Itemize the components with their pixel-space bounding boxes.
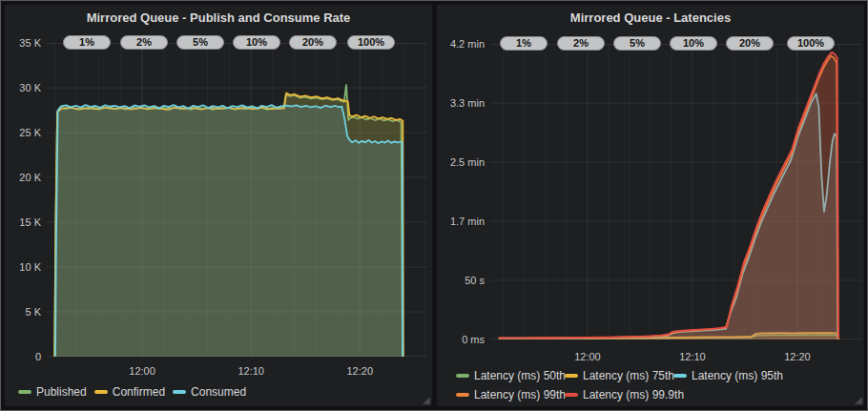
annotation-pill-20pct[interactable]: 20% <box>289 35 337 50</box>
y-tick-label: 10 K <box>5 260 41 274</box>
legend-item-latency-ms-50th[interactable]: Latency (ms) 50th <box>456 369 565 382</box>
legend-swatch-icon <box>565 393 578 397</box>
series-consumed-area <box>55 105 403 357</box>
annotation-pill-1pct[interactable]: 1% <box>500 36 548 51</box>
legend-row: PublishedConfirmedConsumed <box>18 385 250 399</box>
annotation-pill-10pct[interactable]: 10% <box>233 35 280 50</box>
annotation-pill-2pct[interactable]: 2% <box>557 36 605 51</box>
y-tick-label: 4.2 min <box>437 37 485 51</box>
legend-swatch-icon <box>173 390 186 394</box>
legend-item-latency-ms-95th[interactable]: Latency (ms) 95th <box>673 369 782 382</box>
chart-svg[interactable] <box>47 43 427 357</box>
y-tick-label: 0 ms <box>437 333 485 346</box>
legend-item-latency-ms-75th[interactable]: Latency (ms) 75th <box>565 369 673 382</box>
series-latency-ms-99-9th-area <box>500 52 838 339</box>
annotation-pill-100pct[interactable]: 100% <box>347 35 395 50</box>
x-tick-label: 12:20 <box>769 350 826 363</box>
legend-swatch-icon <box>18 390 31 394</box>
panel-publish-consume-rate: Mirrored Queue - Publish and Consume Rat… <box>5 5 432 406</box>
y-tick-label: 1.7 min <box>437 215 485 228</box>
legend-label: Latency (ms) 99.9th <box>583 388 684 401</box>
legend-swatch-icon <box>456 393 469 397</box>
x-tick-label: 12:10 <box>664 350 721 363</box>
legend-label: Latency (ms) 75th <box>583 369 674 382</box>
y-tick-label: 30 K <box>5 81 41 94</box>
legend-label: Latency (ms) 50th <box>474 369 566 382</box>
annotation-pill-20pct[interactable]: 20% <box>726 36 774 51</box>
annotation-pill-10pct[interactable]: 10% <box>670 36 717 51</box>
legend-item-latency-ms-99th[interactable]: Latency (ms) 99th <box>456 388 565 401</box>
y-tick-label: 0 <box>5 350 41 363</box>
annotation-pill-5pct[interactable]: 5% <box>613 36 661 51</box>
legend-swatch-icon <box>673 374 687 378</box>
legend-row: Latency (ms) 50thLatency (ms) 75thLatenc… <box>456 369 782 382</box>
legend-item-latency-ms-99-9th[interactable]: Latency (ms) 99.9th <box>565 388 673 401</box>
legend-label: Latency (ms) 99th <box>474 388 566 401</box>
y-tick-label: 2.5 min <box>437 155 485 169</box>
legend-label: Confirmed <box>113 385 165 399</box>
annotation-pill-1pct[interactable]: 1% <box>63 35 111 50</box>
annotation-pill-100pct[interactable]: 100% <box>787 36 835 51</box>
legend-label: Consumed <box>191 385 246 399</box>
chart-svg[interactable] <box>490 44 861 339</box>
chart-region: 05 K10 K15 K20 K25 K30 K35 K12:0012:1012… <box>5 5 432 406</box>
panel-title[interactable]: Mirrored Queue - Latencies <box>437 10 864 25</box>
annotation-pill-5pct[interactable]: 5% <box>176 35 224 50</box>
legend-swatch-icon <box>565 374 578 378</box>
x-tick-label: 12:20 <box>331 364 388 378</box>
x-tick-label: 12:10 <box>222 364 279 378</box>
y-tick-label: 25 K <box>5 126 41 139</box>
x-tick-label: 12:00 <box>559 350 616 363</box>
panel-title[interactable]: Mirrored Queue - Publish and Consume Rat… <box>5 10 432 25</box>
panel-latencies: Mirrored Queue - Latencies 0 ms50 s1.7 m… <box>437 5 864 406</box>
legend-label: Published <box>36 385 87 399</box>
y-tick-label: 3.3 min <box>437 96 485 110</box>
grafana-dashboard: Mirrored Queue - Publish and Consume Rat… <box>0 0 868 411</box>
legend-item-published[interactable]: Published <box>18 385 91 399</box>
legend-item-confirmed[interactable]: Confirmed <box>94 385 169 399</box>
resize-handle-icon[interactable] <box>855 397 862 404</box>
legend-label: Latency (ms) 95th <box>692 369 783 382</box>
legend-swatch-icon <box>456 374 469 378</box>
x-tick-label: 12:00 <box>114 364 171 378</box>
y-tick-label: 35 K <box>5 36 41 50</box>
legend-item-consumed[interactable]: Consumed <box>173 385 250 399</box>
legend-swatch-icon <box>94 390 108 394</box>
y-tick-label: 15 K <box>5 216 41 229</box>
y-tick-label: 20 K <box>5 171 41 184</box>
legend-row: Latency (ms) 99thLatency (ms) 99.9th <box>456 388 673 401</box>
y-tick-label: 50 s <box>437 274 485 287</box>
annotation-pill-2pct[interactable]: 2% <box>120 35 168 50</box>
chart-region: 0 ms50 s1.7 min2.5 min3.3 min4.2 min12:0… <box>437 5 864 406</box>
y-tick-label: 5 K <box>5 305 41 319</box>
resize-handle-icon[interactable] <box>423 397 430 404</box>
